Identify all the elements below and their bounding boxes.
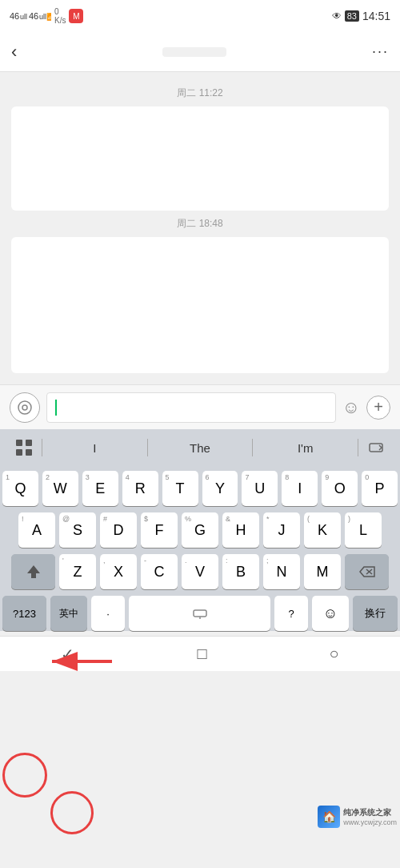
message-bubble-1 [11,106,389,211]
battery-indicator: 83 [345,10,359,22]
keyboard: 1Q 2W 3E 4R 5T 6Y 7U 8I 9O 0P !A @S #D $… [0,466,400,631]
key-g[interactable]: %G [182,512,218,548]
svg-text:46: 46 [10,11,19,21]
key-l[interactable]: )L [345,512,382,548]
key-r[interactable]: 4R [122,471,158,506]
watermark-url: www.ycwjzy.com [343,818,397,826]
language-key[interactable]: 英中 [50,596,87,631]
nav-home-button[interactable]: □ [197,645,206,663]
dot-key[interactable]: · [91,596,125,631]
svg-rect-10 [370,444,382,452]
watermark-title: 纯净系统之家 [343,807,397,818]
key-s[interactable]: @S [59,512,96,548]
suggestion-word-1[interactable]: I [42,441,147,455]
svg-text:ull: ull [20,13,27,21]
svg-rect-6 [16,440,22,446]
key-q[interactable]: 1Q [2,471,38,506]
voice-button[interactable] [10,392,40,423]
status-bar: 46 ull 46 ull 📶 0K/s M 👁 83 14:51 [0,0,400,32]
nav-bar: ‹ ··· [0,32,400,72]
nav-title [162,47,226,57]
signal-icon: 46 ull 46 ull 📶 [10,9,51,23]
key-u[interactable]: 7U [242,471,278,506]
eye-icon: 👁 [332,10,342,22]
keyboard-grid-icon[interactable] [6,432,42,463]
suggestion-send-button[interactable] [358,432,394,463]
keyboard-row-1: 1Q 2W 3E 4R 5T 6Y 7U 8I 9O 0P [2,471,398,506]
app-icon: M [69,9,83,23]
key-a[interactable]: !A [18,512,55,548]
key-j[interactable]: *J [263,512,300,548]
svg-rect-8 [16,449,22,456]
more-button[interactable]: ··· [372,43,389,60]
num-switch-key[interactable]: ?123 [2,596,46,631]
watermark-logo: 🏠 [318,806,340,828]
key-i[interactable]: 8I [282,471,318,506]
nav-circle-button[interactable]: ○ [329,645,338,663]
time-display: 14:51 [362,10,390,22]
svg-rect-14 [194,610,206,617]
data-speed: 0K/s [54,7,66,25]
key-n[interactable]: ;N [263,554,300,589]
svg-text:📶: 📶 [46,12,51,22]
key-k[interactable]: (K [304,512,341,548]
key-x[interactable]: ,X [100,554,137,589]
keyboard-row-4: ?123 英中 · ? ☺ 换行 [2,596,398,631]
shift-circle-annotation [2,753,47,798]
key-o[interactable]: 9O [322,471,358,506]
input-bar: ☺ + [0,384,400,429]
timestamp-2: 周二 18:48 [0,217,400,231]
svg-rect-9 [26,449,32,456]
text-input[interactable] [46,392,336,423]
key-c[interactable]: -C [141,554,178,589]
key-m[interactable]: M [304,554,341,589]
key-v[interactable]: .V [182,554,218,589]
chat-area: 周二 11:22 周二 18:48 [0,72,400,384]
svg-marker-11 [27,565,40,578]
svg-point-5 [18,401,31,414]
key-e[interactable]: 3E [82,471,118,506]
lang-circle-annotation [50,791,94,834]
timestamp-1: 周二 11:22 [0,86,400,100]
key-y[interactable]: 6Y [202,471,238,506]
watermark-text: 纯净系统之家 www.ycwjzy.com [343,807,397,826]
key-f[interactable]: $F [141,512,178,548]
key-h[interactable]: &H [222,512,259,548]
keyboard-row-3: 'Z ,X -C .V :B ;N M [2,554,398,589]
message-bubble-2 [11,237,389,373]
watermark: 🏠 纯净系统之家 www.ycwjzy.com [318,806,397,828]
key-t[interactable]: 5T [162,471,198,506]
question-key[interactable]: ? [274,596,308,631]
key-w[interactable]: 2W [42,471,78,506]
keyboard-row-2: !A @S #D $F %G &H *J (K )L [2,512,398,548]
delete-key[interactable] [345,554,389,589]
back-button[interactable]: ‹ [11,42,17,62]
suggestion-word-3[interactable]: I'm [253,441,358,455]
space-key[interactable] [129,596,270,631]
svg-text:ull: ull [39,13,46,21]
key-p[interactable]: 0P [362,471,398,506]
emoji-button[interactable]: ☺ [342,397,360,418]
suggestion-bar: I The I'm [0,429,400,466]
svg-rect-7 [26,440,32,446]
enter-key[interactable]: 换行 [353,596,398,631]
status-left: 46 ull 46 ull 📶 0K/s M [10,7,83,25]
key-b[interactable]: :B [222,554,259,589]
add-button[interactable]: + [366,396,390,420]
text-cursor [55,400,57,416]
suggestion-word-2[interactable]: The [148,441,253,455]
svg-text:46: 46 [29,11,38,21]
red-arrow-annotation [44,645,116,677]
key-d[interactable]: #D [100,512,137,548]
status-right: 👁 83 14:51 [332,10,390,22]
key-z[interactable]: 'Z [59,554,96,589]
shift-key[interactable] [11,554,55,589]
emoji-key[interactable]: ☺ [312,596,349,631]
